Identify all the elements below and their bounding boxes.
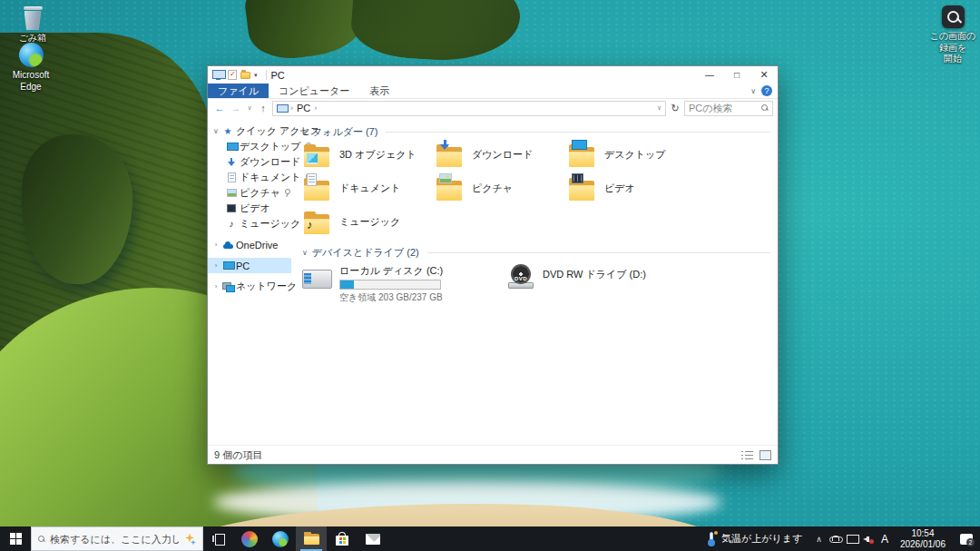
taskbar-clock[interactable]: 10:54 2026/01/06: [893, 528, 953, 550]
drive-tile-local-disk[interactable]: ローカル ディスク (C:) 空き領域 203 GB/237 GB: [302, 264, 507, 304]
address-box[interactable]: › PC › ∨: [272, 101, 666, 116]
onedrive-chevron-icon[interactable]: ›: [212, 241, 220, 249]
sidebar-item-pc[interactable]: › PC: [208, 258, 291, 273]
network-chevron-icon[interactable]: ›: [212, 282, 220, 290]
taskbar-right: 気温が上がります ∧ A 10:54 2026/01/06 2: [700, 526, 980, 551]
minimize-button[interactable]: —: [696, 66, 723, 84]
weather-widget[interactable]: 気温が上がります: [700, 532, 810, 546]
taskbar-explorer-button[interactable]: [296, 526, 327, 551]
onedrive-cloud-icon: [222, 241, 233, 249]
taskbar-store-button[interactable]: [327, 526, 358, 551]
taskbar-copilot-button[interactable]: [234, 526, 265, 551]
explorer-search-input[interactable]: [689, 103, 761, 113]
clock-date: 2026/01/06: [900, 539, 946, 550]
folder-tile-videos[interactable]: ビデオ: [567, 177, 700, 211]
pin-icon: [283, 189, 291, 198]
windows-logo-icon: [10, 533, 22, 545]
sidebar-item-onedrive[interactable]: › OneDrive: [208, 237, 291, 252]
breadcrumb-separator: ›: [290, 103, 293, 113]
taskbar-edge-button[interactable]: [265, 526, 296, 551]
ime-indicator[interactable]: A: [877, 533, 893, 546]
desktop-icon-edge[interactable]: Microsoft Edge: [2, 43, 60, 93]
task-view-icon: [212, 534, 226, 545]
desktop-icon-recycle-bin[interactable]: ごみ箱: [5, 5, 60, 44]
up-button[interactable]: ↑: [256, 103, 270, 113]
downloads-arrow-icon: [227, 158, 236, 167]
tab-view[interactable]: 表示: [359, 84, 399, 98]
qat-customize-chevron-icon[interactable]: ▾: [254, 72, 258, 79]
desktop-folder-icon: [227, 143, 237, 151]
title-separator: [266, 70, 267, 80]
properties-icon[interactable]: [228, 70, 237, 80]
close-button[interactable]: ✕: [750, 66, 778, 84]
folders-group-chevron-icon[interactable]: ∨: [302, 128, 308, 136]
drive-tile-dvd[interactable]: DVD DVD RW ドライブ (D:): [507, 264, 707, 304]
dvd-drive-icon: DVD: [507, 264, 535, 289]
forward-button[interactable]: →: [229, 103, 243, 113]
folder-tile-3d-objects[interactable]: 3D オブジェクト: [302, 143, 435, 177]
local-disk-name: ローカル ディスク (C:): [339, 264, 443, 278]
recycle-bin-label: ごみ箱: [19, 33, 46, 43]
hdd-icon: [302, 266, 332, 289]
record-label-line2: 開始: [944, 54, 962, 64]
taskbar-mail-button[interactable]: [358, 526, 388, 551]
window-system-icon[interactable]: [212, 70, 224, 80]
devices-group-chevron-icon[interactable]: ∨: [302, 249, 308, 257]
sidebar-videos-label: ビデオ: [240, 202, 270, 215]
folder-tile-music[interactable]: ミュージック: [302, 211, 435, 244]
sidebar-item-network[interactable]: › ネットワーク: [208, 279, 291, 294]
new-folder-icon[interactable]: [240, 72, 250, 79]
details-view-icon[interactable]: [741, 450, 753, 460]
record-label: この画面の録画を 開始: [926, 31, 980, 65]
start-button[interactable]: [0, 526, 31, 551]
folder-tile-desktop[interactable]: デスクトップ: [567, 143, 700, 177]
refresh-icon[interactable]: ↻: [668, 103, 682, 114]
action-center-button[interactable]: 2: [953, 534, 980, 545]
large-icons-view-icon[interactable]: [760, 450, 771, 460]
ribbon-tabs: ファイル コンピューター 表示 ∨ ?: [208, 84, 778, 99]
pc-chevron-icon[interactable]: ›: [212, 261, 220, 270]
sidebar-item-documents[interactable]: ドキュメント: [208, 170, 291, 185]
address-dropdown-chevron-icon[interactable]: ∨: [657, 104, 662, 112]
sidebar-item-music[interactable]: ♪ ミュージック: [208, 216, 291, 231]
explorer-search-box[interactable]: [684, 101, 773, 116]
ribbon-right-controls: ∨ ?: [750, 84, 778, 98]
title-bar[interactable]: ▾ PC — □ ✕: [208, 66, 778, 84]
search-icon[interactable]: [761, 104, 769, 112]
sidebar-network-label: ネットワーク: [236, 280, 297, 293]
desktop: ごみ箱 Microsoft Edge この画面の録画を 開始 ▾ PC —: [0, 0, 980, 551]
help-icon[interactable]: ?: [761, 85, 772, 96]
sidebar-item-downloads[interactable]: ダウンロード: [208, 154, 291, 170]
notification-badge: 2: [966, 538, 975, 546]
sidebar-item-pictures[interactable]: ピクチャ: [208, 185, 291, 201]
breadcrumb-location[interactable]: PC: [297, 103, 310, 113]
maximize-button[interactable]: □: [723, 66, 750, 84]
sidebar-item-videos[interactable]: ビデオ: [208, 201, 291, 216]
folder-tile-downloads[interactable]: ダウンロード: [435, 143, 567, 177]
tab-file[interactable]: ファイル: [208, 84, 269, 98]
tray-overflow-chevron-icon[interactable]: ∧: [810, 535, 828, 544]
tray-volume-icon[interactable]: [860, 535, 877, 544]
ribbon-collapse-chevron-icon[interactable]: ∨: [750, 87, 756, 95]
taskbar-search-box[interactable]: [31, 526, 203, 551]
back-button[interactable]: ←: [212, 103, 227, 113]
tab-computer[interactable]: コンピューター: [269, 84, 359, 98]
taskbar-search-input[interactable]: [50, 534, 179, 545]
recent-locations-chevron-icon[interactable]: ∨: [245, 104, 254, 112]
desktop-icon-screen-record[interactable]: この画面の録画を 開始: [926, 5, 980, 65]
folder-tile-documents[interactable]: ドキュメント: [302, 177, 435, 211]
navigation-pane: ∨ ★ クイック アクセス デスクトップ ダウンロード ドキュメント: [208, 117, 291, 445]
videos-icon: [227, 204, 236, 212]
sidebar-item-quick-access[interactable]: ∨ ★ クイック アクセス: [208, 123, 291, 139]
address-bar-row: ← → ∨ ↑ › PC › ∨ ↻: [208, 99, 778, 117]
sidebar-item-desktop[interactable]: デスクトップ: [208, 139, 291, 154]
task-view-button[interactable]: [203, 526, 234, 551]
tray-onedrive-icon[interactable]: [828, 536, 844, 543]
quick-access-expand-chevron-icon[interactable]: ∨: [212, 127, 220, 135]
folder-tile-pictures[interactable]: ピクチャ: [435, 177, 567, 211]
search-highlights-sparkle-icon[interactable]: [183, 533, 196, 546]
group-header-folders[interactable]: ∨ フォルダー (7): [302, 125, 770, 139]
folder-icon: [302, 178, 332, 202]
tray-network-icon[interactable]: [844, 535, 860, 544]
group-header-devices[interactable]: ∨ デバイスとドライブ (2): [302, 246, 770, 260]
